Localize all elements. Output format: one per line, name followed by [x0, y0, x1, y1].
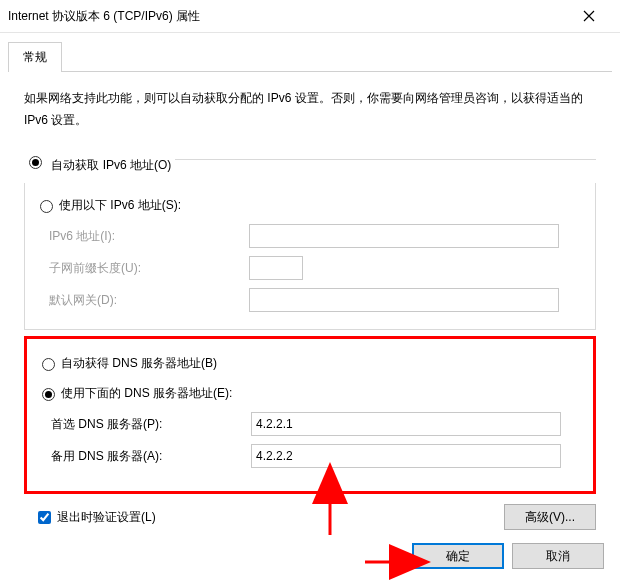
- dialog-footer: 确定 取消: [412, 543, 604, 569]
- ip-address-input[interactable]: [249, 224, 559, 248]
- cancel-button[interactable]: 取消: [512, 543, 604, 569]
- validate-label: 退出时验证设置(L): [57, 509, 156, 526]
- radio-auto-dns-label: 自动获得 DNS 服务器地址(B): [61, 355, 217, 372]
- validate-checkbox-row: 退出时验证设置(L): [34, 508, 156, 527]
- close-button[interactable]: [566, 0, 612, 32]
- tab-general[interactable]: 常规: [8, 42, 62, 72]
- window-title: Internet 协议版本 6 (TCP/IPv6) 属性: [8, 0, 200, 32]
- advanced-button[interactable]: 高级(V)...: [504, 504, 596, 530]
- gateway-input[interactable]: [249, 288, 559, 312]
- address-group: 自动获取 IPv6 地址(O) 使用以下 IPv6 地址(S): IPv6 地址…: [24, 151, 596, 330]
- properties-dialog: Internet 协议版本 6 (TCP/IPv6) 属性 常规 如果网络支持此…: [0, 0, 620, 583]
- alt-dns-label: 备用 DNS 服务器(A):: [51, 448, 251, 465]
- radio-manual-dns[interactable]: [42, 388, 55, 401]
- radio-manual-dns-label: 使用下面的 DNS 服务器地址(E):: [61, 385, 232, 402]
- prefix-length-label: 子网前缀长度(U):: [49, 260, 249, 277]
- primary-dns-input[interactable]: [251, 412, 561, 436]
- radio-auto-address-label: 自动获取 IPv6 地址(O): [51, 158, 171, 172]
- radio-auto-address[interactable]: [29, 156, 42, 169]
- primary-dns-label: 首选 DNS 服务器(P):: [51, 416, 251, 433]
- validate-checkbox[interactable]: [38, 511, 51, 524]
- radio-manual-address[interactable]: [40, 200, 53, 213]
- dns-group-highlight: 自动获得 DNS 服务器地址(B) 使用下面的 DNS 服务器地址(E): 首选…: [24, 336, 596, 494]
- tab-strip: 常规: [8, 41, 612, 72]
- alt-dns-input[interactable]: [251, 444, 561, 468]
- description-text: 如果网络支持此功能，则可以自动获取分配的 IPv6 设置。否则，你需要向网络管理…: [24, 88, 596, 131]
- radio-manual-address-label: 使用以下 IPv6 地址(S):: [59, 197, 181, 214]
- prefix-length-input[interactable]: [249, 256, 303, 280]
- gateway-label: 默认网关(D):: [49, 292, 249, 309]
- close-icon: [583, 10, 595, 22]
- ok-button[interactable]: 确定: [412, 543, 504, 569]
- radio-auto-dns[interactable]: [42, 358, 55, 371]
- ip-address-label: IPv6 地址(I):: [49, 228, 249, 245]
- titlebar: Internet 协议版本 6 (TCP/IPv6) 属性: [0, 0, 620, 33]
